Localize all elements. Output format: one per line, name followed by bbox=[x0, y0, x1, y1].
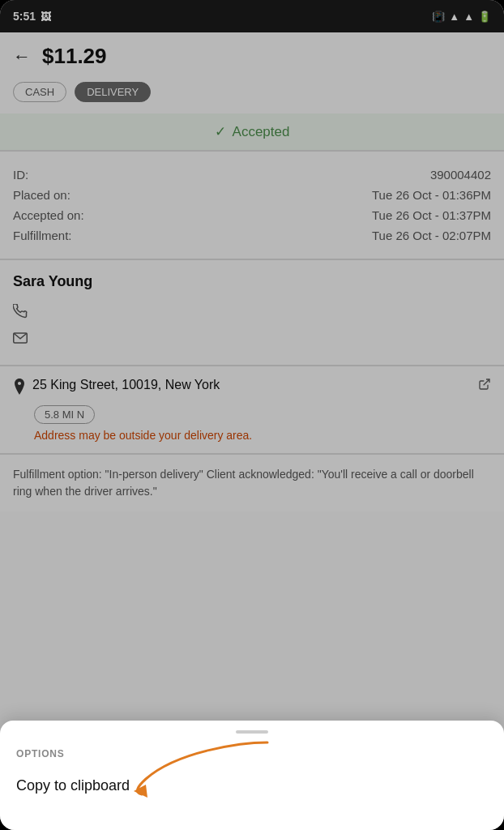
status-bar: 5:51 🖼 📳 ▲ ▲ 🔋 bbox=[0, 0, 504, 32]
accepted-text: Accepted bbox=[233, 124, 290, 140]
signal-icon: ▲ bbox=[463, 11, 474, 23]
address-warning: Address may be outside your delivery are… bbox=[34, 429, 491, 442]
header: ← $11.29 bbox=[0, 32, 504, 77]
email-row[interactable] bbox=[13, 327, 491, 352]
info-row-placed: Placed on: Tue 26 Oct - 01:36PM bbox=[13, 185, 491, 205]
main-content: ← $11.29 CASH DELIVERY ✓ Accepted ID: 39… bbox=[0, 32, 504, 511]
accepted-value: Tue 26 Oct - 01:37PM bbox=[372, 208, 491, 222]
copy-to-clipboard-item[interactable]: Copy to clipboard bbox=[0, 766, 504, 806]
customer-name: Sara Young bbox=[13, 273, 491, 290]
id-label: ID: bbox=[13, 168, 28, 182]
placed-label: Placed on: bbox=[13, 188, 70, 202]
options-label: OPTIONS bbox=[0, 745, 504, 766]
order-amount: $11.29 bbox=[42, 44, 107, 69]
status-bar-left: 5:51 🖼 bbox=[13, 10, 51, 23]
address-text: 25 King Street, 10019, New York bbox=[32, 378, 220, 392]
svg-line-1 bbox=[484, 379, 489, 385]
battery-icon: 🔋 bbox=[478, 11, 491, 23]
back-button[interactable]: ← bbox=[13, 46, 31, 67]
status-bar-right: 📳 ▲ ▲ 🔋 bbox=[432, 11, 491, 23]
tags-row: CASH DELIVERY bbox=[0, 77, 504, 113]
placed-value: Tue 26 Oct - 01:36PM bbox=[372, 188, 491, 202]
info-row-accepted: Accepted on: Tue 26 Oct - 01:37PM bbox=[13, 205, 491, 225]
address-row: 25 King Street, 10019, New York bbox=[13, 378, 491, 399]
tag-delivery[interactable]: DELIVERY bbox=[75, 82, 151, 102]
info-row-id: ID: 390004402 bbox=[13, 165, 491, 185]
id-value: 390004402 bbox=[430, 168, 491, 182]
fulfillment-description: Fulfillment option: "In-person delivery"… bbox=[13, 466, 491, 500]
wifi-icon: ▲ bbox=[449, 11, 459, 23]
fulfillment-label: Fulfillment: bbox=[13, 229, 72, 242]
order-info-section: ID: 390004402 Placed on: Tue 26 Oct - 01… bbox=[0, 152, 504, 259]
customer-section: Sara Young bbox=[0, 260, 504, 365]
address-section: 25 King Street, 10019, New York 5.8 MI N… bbox=[0, 366, 504, 453]
pin-icon bbox=[13, 379, 26, 399]
tag-cash[interactable]: CASH bbox=[13, 82, 66, 102]
bottom-sheet[interactable]: OPTIONS Copy to clipboard bbox=[0, 721, 504, 830]
distance-badge: 5.8 MI N bbox=[34, 405, 95, 424]
accepted-label: Accepted on: bbox=[13, 208, 84, 222]
time-display: 5:51 bbox=[13, 10, 36, 23]
phone-icon bbox=[13, 304, 28, 323]
email-icon bbox=[13, 331, 28, 348]
fulfillment-value: Tue 26 Oct - 02:07PM bbox=[372, 229, 491, 242]
fulfillment-section: Fulfillment option: "In-person delivery"… bbox=[0, 455, 504, 511]
info-row-fulfillment: Fulfillment: Tue 26 Oct - 02:07PM bbox=[13, 225, 491, 246]
accepted-banner: ✓ Accepted bbox=[0, 113, 504, 150]
address-left: 25 King Street, 10019, New York bbox=[13, 378, 472, 399]
phone-screen: 5:51 🖼 📳 ▲ ▲ 🔋 ← $11.29 CASH DELIVERY ✓ … bbox=[0, 0, 504, 830]
check-icon: ✓ bbox=[215, 123, 226, 140]
sheet-handle bbox=[236, 730, 268, 734]
external-link-icon[interactable] bbox=[478, 378, 491, 394]
photo-icon: 🖼 bbox=[41, 11, 51, 23]
vibrate-icon: 📳 bbox=[432, 11, 445, 23]
phone-row[interactable] bbox=[13, 300, 491, 327]
